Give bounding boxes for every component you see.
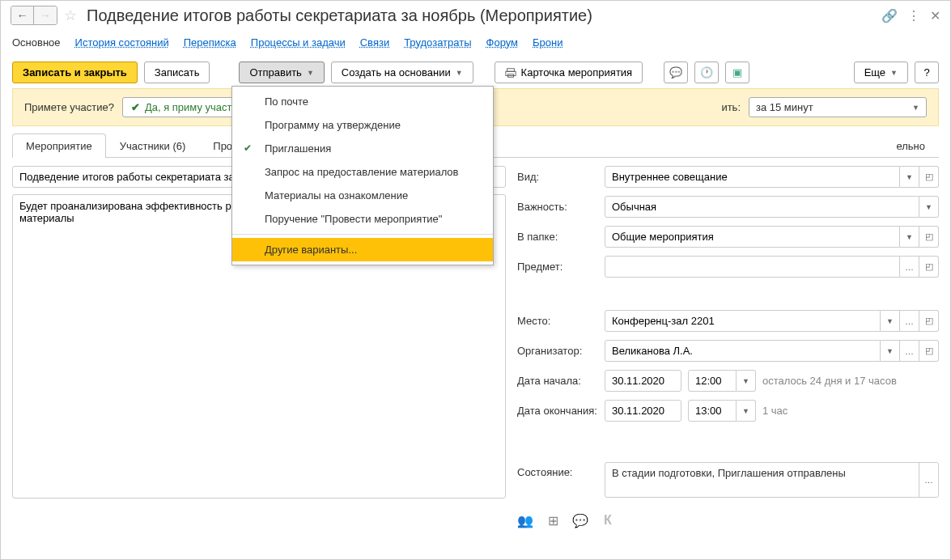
chat-icon-button[interactable]: 💬 (664, 62, 688, 83)
clock-icon-button[interactable]: 🕐 (694, 62, 719, 83)
favorite-star-icon[interactable]: ☆ (64, 6, 77, 24)
end-date-label: Дата окончания: (517, 405, 598, 417)
menu-item-program-approval[interactable]: Программу на утверждение (232, 113, 493, 137)
save-button[interactable]: Записать (144, 62, 210, 83)
type-input[interactable] (605, 166, 900, 188)
nav-tab-history[interactable]: История состояний (75, 36, 169, 49)
start-date-label: Дата начала: (517, 375, 598, 387)
more-button[interactable]: Еще ▼ (854, 62, 908, 83)
start-time-dropdown-button[interactable]: ▼ (737, 370, 756, 392)
folder-dropdown-button[interactable]: ▼ (900, 226, 919, 248)
nav-tab-processes[interactable]: Процессы и задачи (251, 36, 346, 49)
send-dropdown-menu: По почте Программу на утверждение ✔ Приг… (231, 86, 494, 265)
yes-participate-button[interactable]: ✔ Да, я приму участи (122, 97, 247, 117)
end-time-dropdown-button[interactable]: ▼ (737, 400, 756, 422)
caret-down-icon: ▼ (890, 69, 898, 77)
check-icon: ✔ (131, 101, 140, 113)
nav-buttons: ← → (11, 6, 57, 25)
nav-tab-bookings[interactable]: Брони (533, 36, 563, 49)
importance-input[interactable] (605, 196, 919, 218)
end-date-input[interactable] (605, 400, 681, 422)
organizer-select-button[interactable]: … (900, 340, 919, 362)
organizer-input[interactable] (605, 340, 881, 362)
folder-input[interactable] (605, 226, 900, 248)
subtab-event[interactable]: Мероприятие (12, 134, 106, 158)
subtab-additional[interactable]: ельно (882, 134, 939, 158)
status-select-button[interactable]: … (919, 463, 938, 497)
add-icon-button[interactable]: ▣ (725, 62, 749, 83)
tree-icon[interactable]: ⊞ (545, 512, 561, 528)
save-close-button[interactable]: Записать и закрыть (12, 62, 138, 83)
place-label: Место: (517, 315, 598, 327)
reminder-select[interactable]: за 15 минут ▼ (749, 97, 927, 117)
print-icon (505, 67, 516, 78)
caret-down-icon: ▼ (307, 69, 314, 77)
participation-question: Примете участие? (24, 101, 114, 113)
check-icon: ✔ (244, 142, 252, 154)
link-icon[interactable]: 🔗 (881, 8, 898, 23)
folder-open-button[interactable]: ◰ (919, 226, 939, 248)
help-button[interactable]: ? (915, 62, 939, 83)
svg-rect-1 (505, 71, 515, 75)
k-icon[interactable]: К (600, 512, 616, 528)
menu-item-by-mail[interactable]: По почте (232, 90, 493, 113)
time-remaining: осталось 24 дня и 17 часов (762, 375, 897, 387)
nav-tab-forum[interactable]: Форум (486, 36, 519, 49)
place-select-button[interactable]: … (900, 310, 919, 332)
event-card-button[interactable]: Карточка мероприятия (495, 62, 643, 83)
subtab-participants[interactable]: Участники (6) (106, 134, 200, 158)
place-input[interactable] (605, 310, 881, 332)
duration-text: 1 час (762, 405, 788, 417)
menu-item-task-conduct[interactable]: Поручение "Провести мероприятие" (232, 207, 493, 231)
end-time-input[interactable] (688, 400, 737, 422)
back-button[interactable]: ← (11, 6, 34, 24)
caret-down-icon: ▼ (456, 69, 463, 77)
organizer-open-button[interactable]: ◰ (919, 340, 939, 362)
menu-separator (232, 234, 493, 235)
subject-open-button[interactable]: ◰ (919, 256, 939, 278)
status-label: Состояние: (517, 462, 598, 478)
nav-tab-main[interactable]: Основное (12, 36, 61, 49)
send-button[interactable]: Отправить ▼ (239, 62, 324, 83)
kebab-menu-icon[interactable]: ⋮ (907, 8, 920, 23)
menu-item-other-variants[interactable]: Другие варианты... (232, 238, 493, 261)
caret-down-icon: ▼ (912, 104, 919, 112)
nav-tab-labor[interactable]: Трудозатраты (404, 36, 471, 49)
menu-item-materials-review[interactable]: Материалы на ознакомление (232, 184, 493, 207)
svg-rect-0 (507, 68, 514, 71)
place-open-button[interactable]: ◰ (919, 310, 939, 332)
folder-label: В папке: (517, 231, 598, 243)
nav-tab-correspondence[interactable]: Переписка (184, 36, 236, 49)
start-time-input[interactable] (688, 370, 737, 392)
remind-label: ить: (721, 101, 741, 113)
create-based-button[interactable]: Создать на основании ▼ (331, 62, 473, 83)
nav-tab-links[interactable]: Связи (360, 36, 389, 49)
menu-item-invitations[interactable]: ✔ Приглашения (232, 137, 493, 160)
type-label: Вид: (517, 171, 598, 183)
subject-field-label: Предмет: (517, 261, 598, 273)
type-dropdown-button[interactable]: ▼ (900, 166, 919, 188)
chat-bubbles-icon[interactable]: 💬 (572, 512, 588, 528)
organizer-dropdown-button[interactable]: ▼ (881, 340, 900, 362)
place-dropdown-button[interactable]: ▼ (881, 310, 900, 332)
importance-label: Важность: (517, 201, 598, 213)
type-open-button[interactable]: ◰ (919, 166, 939, 188)
close-icon[interactable]: ✕ (930, 8, 940, 23)
subject-field-input[interactable] (605, 256, 900, 278)
subject-select-button[interactable]: … (900, 256, 919, 278)
menu-item-materials-request[interactable]: Запрос на предоставление материалов (232, 160, 493, 184)
forward-button[interactable]: → (34, 6, 57, 24)
users-icon[interactable]: 👥 (517, 512, 533, 528)
start-date-input[interactable] (605, 370, 681, 392)
window-title: Подведение итогов работы секретариата за… (87, 6, 875, 25)
status-field[interactable]: В стадии подготовки, Приглашения отправл… (605, 462, 939, 498)
importance-dropdown-button[interactable]: ▼ (919, 196, 939, 218)
organizer-label: Организатор: (517, 345, 598, 357)
